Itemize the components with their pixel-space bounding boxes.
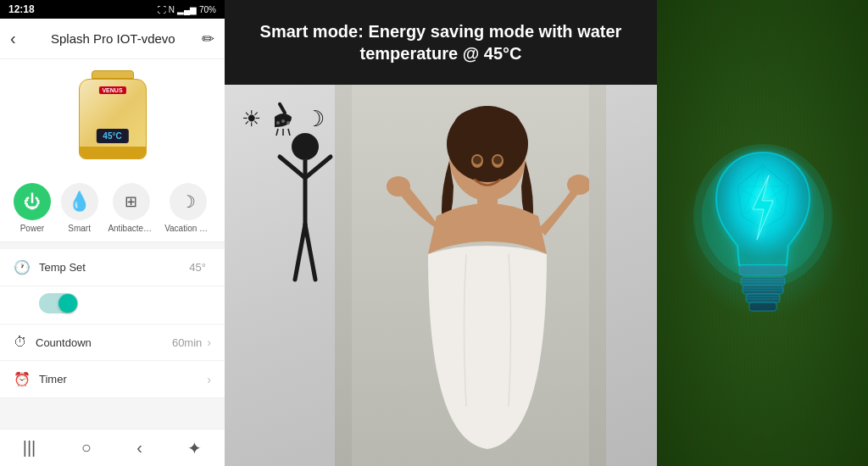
person-silhouette xyxy=(271,131,339,287)
smart-mode-button[interactable]: 💧 Smart xyxy=(61,183,98,233)
temp-set-label: Temp Set xyxy=(39,261,189,274)
status-time: 12:18 xyxy=(8,3,35,15)
smart-mode-heading: Smart mode: Energy saving mode with wate… xyxy=(242,20,640,64)
svg-line-10 xyxy=(305,157,331,178)
power-label: Power xyxy=(20,224,44,233)
device-image-area: VENUS 45°C xyxy=(0,59,225,169)
antibacterial-mode-button[interactable]: ⊞ Antibacteria... xyxy=(108,183,154,233)
svg-point-3 xyxy=(287,121,290,125)
brand-logo: VENUS xyxy=(98,86,125,94)
shower-image-area: ☀ ☽ xyxy=(225,85,657,466)
heater-display: 45°C xyxy=(96,129,128,143)
clock-icon: 🕐 xyxy=(14,259,31,275)
vacation-icon: ☽ xyxy=(181,191,196,212)
countdown-arrow: › xyxy=(207,336,211,349)
svg-point-2 xyxy=(281,119,285,123)
bottom-nav: ||| ○ ‹ ✦ xyxy=(0,429,225,466)
moon-icon: ☽ xyxy=(305,106,325,132)
left-panel: 12:18 ⛶ N ▂▄▆ 70% ‹ Splash Pro IOT-vdevo… xyxy=(0,0,225,466)
countdown-label: Countdown xyxy=(36,336,172,349)
smart-icon-circle: 💧 xyxy=(61,183,98,220)
lightbulb-glow xyxy=(678,148,848,318)
svg-point-22 xyxy=(493,156,502,164)
nav-home[interactable]: ○ xyxy=(81,438,92,458)
mode-buttons: ⏻ Power 💧 Smart ⊞ Antibacteria... ☽ Vaca… xyxy=(0,169,225,242)
svg-rect-0 xyxy=(277,102,287,115)
alarm-icon: ⏰ xyxy=(14,371,31,387)
power-icon: ⏻ xyxy=(24,192,41,212)
edit-button[interactable]: ✏ xyxy=(202,30,214,48)
timer-row[interactable]: ⏰ Timer › xyxy=(0,361,225,398)
antibacterial-icon: ⊞ xyxy=(125,192,137,211)
svg-point-7 xyxy=(292,133,319,160)
heater-top xyxy=(92,70,134,79)
power-icon-circle: ⏻ xyxy=(14,183,51,220)
vacation-mode-button[interactable]: ☽ Vacation M... xyxy=(164,183,211,233)
back-button[interactable]: ‹ xyxy=(10,29,16,48)
battery-icon: 70% xyxy=(199,5,216,14)
vacation-label: Vacation M... xyxy=(164,224,211,233)
showerhead-icon xyxy=(268,102,298,136)
woman-photo xyxy=(335,85,606,466)
smart-label: Smart xyxy=(68,224,91,233)
svg-point-1 xyxy=(276,121,280,125)
shower-icons: ☀ ☽ xyxy=(242,102,325,136)
countdown-value: 60min xyxy=(172,336,202,349)
signal-icon: ▂▄▆ xyxy=(177,5,197,14)
nfc-icon: N xyxy=(169,5,175,14)
app-header: ‹ Splash Pro IOT-vdevo ✏ xyxy=(0,19,225,59)
person-svg xyxy=(271,131,339,284)
temp-set-row: 🕐 Temp Set 45° xyxy=(0,249,225,286)
toggle-thumb xyxy=(58,294,77,313)
nav-menu[interactable]: ||| xyxy=(23,438,36,458)
svg-point-21 xyxy=(473,156,481,164)
svg-line-12 xyxy=(305,225,315,280)
antibacterial-label: Antibacteria... xyxy=(108,224,154,233)
vacation-icon-circle: ☽ xyxy=(170,183,207,220)
sun-icon: ☀ xyxy=(242,106,261,132)
right-panel xyxy=(657,0,868,466)
timer-label: Timer xyxy=(39,373,207,386)
temp-toggle[interactable] xyxy=(39,293,78,313)
svg-line-9 xyxy=(280,157,305,178)
timer-arrow: › xyxy=(207,373,211,386)
countdown-row[interactable]: ⏱ Countdown 60min › xyxy=(0,325,225,361)
toggle-row xyxy=(0,286,225,325)
power-mode-button[interactable]: ⏻ Power xyxy=(14,183,51,233)
heater-container: VENUS 45°C xyxy=(70,70,155,164)
timer-icon: ⏱ xyxy=(14,335,27,350)
lightbulb-container xyxy=(687,148,839,318)
header-title: Splash Pro IOT-vdevo xyxy=(25,31,202,46)
temp-set-value: 45° xyxy=(189,261,206,274)
nav-star[interactable]: ✦ xyxy=(187,438,202,458)
nav-back[interactable]: ‹ xyxy=(136,438,142,458)
heater-stripe xyxy=(80,147,146,158)
settings-section: 🕐 Temp Set 45° ⏱ Countdown 60min › ⏰ Tim… xyxy=(0,249,225,398)
grass-background xyxy=(657,0,868,466)
middle-header: Smart mode: Energy saving mode with wate… xyxy=(225,0,657,85)
antibacterial-icon-circle: ⊞ xyxy=(113,183,150,220)
status-bar: 12:18 ⛶ N ▂▄▆ 70% xyxy=(0,0,225,19)
middle-panel: Smart mode: Energy saving mode with wate… xyxy=(225,0,657,466)
heater-body: VENUS 45°C xyxy=(79,79,147,159)
bluetooth-icon: ⛶ xyxy=(158,5,166,14)
svg-point-17 xyxy=(387,176,410,197)
status-icons: ⛶ N ▂▄▆ 70% xyxy=(158,5,216,14)
woman-svg xyxy=(352,85,589,466)
svg-line-11 xyxy=(295,225,305,280)
smart-icon: 💧 xyxy=(68,191,91,213)
